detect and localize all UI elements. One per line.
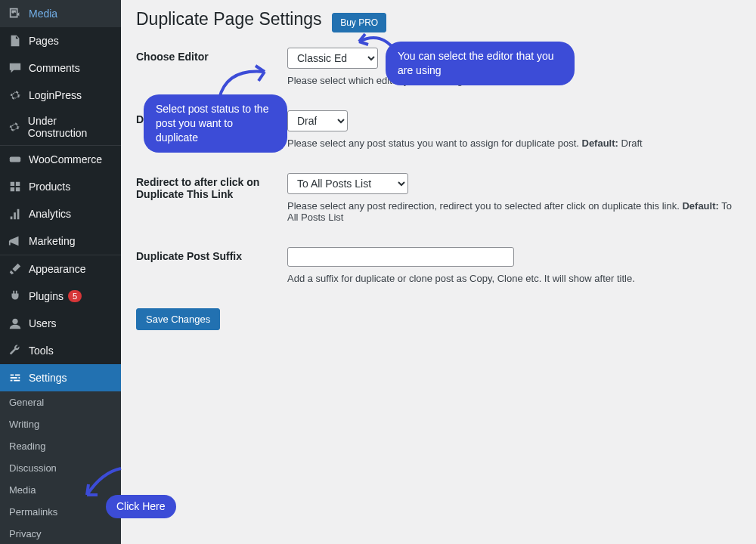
status-help: Please select any post status you want t… xyxy=(287,138,741,149)
products-icon xyxy=(8,179,23,194)
sidebar-item-label: Plugins xyxy=(29,290,64,302)
user-icon xyxy=(8,316,23,331)
arrow-icon xyxy=(79,461,132,502)
page-title: Duplicate Page Settings xyxy=(136,9,322,29)
sidebar-item-settings[interactable]: Settings xyxy=(0,364,121,391)
sidebar-item-label: WooCommerce xyxy=(29,153,102,165)
sidebar-item-analytics[interactable]: Analytics xyxy=(0,200,121,227)
annotation-status: Select post status to the post you want … xyxy=(144,94,287,153)
sidebar-item-label: Users xyxy=(29,317,57,329)
gear-icon xyxy=(8,88,23,103)
redirect-label: Redirect to after click on Duplicate Thi… xyxy=(136,173,287,200)
sidebar-item-label: Products xyxy=(29,181,70,193)
submenu-privacy[interactable]: Privacy xyxy=(0,523,121,544)
sidebar-item-under-construction[interactable]: Under Construction xyxy=(0,109,121,145)
sidebar-item-loginpress[interactable]: LoginPress xyxy=(0,82,121,109)
sidebar-item-label: Settings xyxy=(29,372,67,384)
sidebar-item-comments[interactable]: Comments xyxy=(0,54,121,82)
marketing-icon xyxy=(8,233,23,249)
brush-icon xyxy=(8,261,23,277)
annotation-editor: You can select the editor that you are u… xyxy=(386,42,575,85)
sidebar-item-products[interactable]: Products xyxy=(0,173,121,200)
sidebar-item-label: Media xyxy=(29,8,57,20)
sidebar-item-woocommerce[interactable]: WooCommerce xyxy=(0,146,121,173)
sidebar-item-label: Tools xyxy=(29,345,54,357)
status-select[interactable]: Draft xyxy=(287,110,348,131)
sidebar-item-label: Under Construction xyxy=(28,115,113,139)
suffix-input[interactable] xyxy=(287,247,514,267)
analytics-icon xyxy=(8,206,23,221)
media-icon xyxy=(8,6,23,21)
arrow-icon xyxy=(212,60,280,106)
sidebar-item-users[interactable]: Users xyxy=(0,310,121,337)
annotation-bubble: You can select the editor that you are u… xyxy=(386,42,575,85)
suffix-help: Add a suffix for duplicate or clone post… xyxy=(287,273,741,284)
sliders-icon xyxy=(8,370,23,385)
sidebar-item-pages[interactable]: Pages xyxy=(0,27,121,54)
gear-icon xyxy=(8,119,22,134)
sidebar-item-label: Marketing xyxy=(29,235,75,247)
woo-icon xyxy=(8,152,23,167)
plugin-icon xyxy=(8,289,23,304)
field-redirect: Redirect to after click on Duplicate Thi… xyxy=(136,173,741,223)
comment-icon xyxy=(8,60,23,76)
suffix-label: Duplicate Post Suffix xyxy=(136,247,287,262)
sidebar-item-plugins[interactable]: Plugins 5 xyxy=(0,283,121,310)
sidebar-item-label: Pages xyxy=(29,35,59,47)
page-icon xyxy=(8,33,23,48)
redirect-help: Please select any post redirection, redi… xyxy=(287,200,741,223)
sidebar-item-marketing[interactable]: Marketing xyxy=(0,227,121,255)
submenu-writing[interactable]: Writing xyxy=(0,413,121,435)
submenu-permalinks[interactable]: Permalinks xyxy=(0,501,121,523)
svg-rect-0 xyxy=(10,156,20,162)
main-content: Duplicate Page Settings Buy PRO Choose E… xyxy=(121,0,756,544)
svg-point-1 xyxy=(12,319,17,324)
sidebar-item-label: Appearance xyxy=(29,263,86,275)
arrow-icon xyxy=(352,23,404,60)
sidebar-item-tools[interactable]: Tools xyxy=(0,337,121,364)
save-changes-button[interactable]: Save Changes xyxy=(136,308,220,330)
sidebar-item-label: Analytics xyxy=(29,208,71,220)
redirect-select[interactable]: To All Posts List xyxy=(287,173,408,194)
sidebar-item-appearance[interactable]: Appearance xyxy=(0,255,121,283)
field-suffix: Duplicate Post Suffix Add a suffix for d… xyxy=(136,247,741,284)
plugin-update-badge: 5 xyxy=(68,290,82,302)
wrench-icon xyxy=(8,343,23,358)
sidebar-item-label: LoginPress xyxy=(29,89,82,101)
submenu-general[interactable]: General xyxy=(0,391,121,413)
sidebar-item-media[interactable]: Media xyxy=(0,0,121,27)
submenu-reading[interactable]: Reading xyxy=(0,435,121,457)
sidebar-item-label: Comments xyxy=(29,62,80,74)
annotation-click-here: Click Here xyxy=(106,495,176,518)
